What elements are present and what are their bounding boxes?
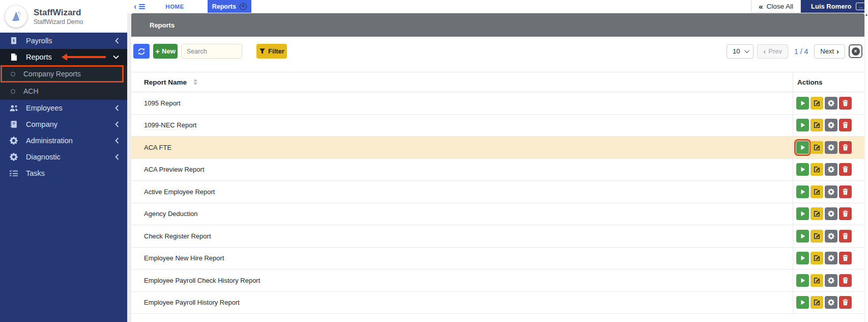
delete-report-button[interactable]: [839, 185, 852, 198]
edit-report-button[interactable]: [811, 97, 823, 110]
sync-icon: [137, 47, 146, 56]
gear-icon: [828, 255, 834, 261]
report-name: Agency Deduction: [131, 203, 793, 225]
tab-reports[interactable]: Reports ×: [208, 0, 251, 13]
report-settings-button[interactable]: [825, 230, 837, 243]
gear-icon: [828, 100, 834, 106]
sidebar-item-label: Reports: [26, 53, 52, 61]
reports-panel: Reports + New Filter 10: [131, 13, 864, 322]
delete-report-button[interactable]: [839, 141, 852, 154]
report-settings-button[interactable]: [825, 163, 837, 176]
wizard-hat-icon: [9, 9, 23, 23]
report-settings-button[interactable]: [825, 141, 837, 154]
run-report-button[interactable]: [796, 185, 809, 198]
report-settings-button[interactable]: [825, 207, 837, 220]
edit-report-button[interactable]: [811, 296, 823, 309]
report-settings-button[interactable]: [825, 252, 837, 264]
delete-report-button[interactable]: [839, 119, 852, 131]
file-icon: [9, 53, 18, 61]
sidebar-item-label: Payrolls: [26, 37, 52, 45]
edit-report-button[interactable]: [811, 185, 823, 198]
vertical-scrollbar[interactable]: [864, 0, 868, 322]
sidebar-item-label: Diagnostic: [26, 153, 61, 161]
delete-report-button[interactable]: [839, 252, 852, 264]
edit-report-button[interactable]: [811, 207, 823, 220]
run-report-button[interactable]: [796, 274, 809, 287]
report-settings-button[interactable]: [825, 274, 837, 287]
report-settings-button[interactable]: [825, 119, 837, 131]
page-size-select[interactable]: 10: [727, 44, 754, 59]
sidebar-item-employees[interactable]: Employees: [0, 100, 127, 116]
play-icon: [799, 166, 806, 173]
run-report-button[interactable]: [796, 97, 809, 110]
hamburger-icon: [139, 3, 145, 10]
pagination: 10 ‹ Prev 1 / 4 Next › ×: [727, 44, 862, 59]
panel-title: Reports: [150, 21, 175, 29]
run-report-button[interactable]: [796, 119, 809, 131]
new-report-button[interactable]: + New: [153, 44, 178, 59]
sidebar-item-company-reports[interactable]: Company Reports: [0, 65, 127, 83]
sidebar-item-tasks[interactable]: Tasks: [0, 165, 127, 181]
run-report-button[interactable]: [796, 252, 809, 264]
sidebar-item-company[interactable]: Company: [0, 116, 127, 132]
trash-icon: [842, 166, 849, 173]
sidebar-item-diagnostic[interactable]: Diagnostic: [0, 149, 127, 165]
clear-button[interactable]: ×: [849, 44, 862, 58]
close-all-button[interactable]: « Close All: [751, 0, 801, 13]
sidebar-item-reports[interactable]: Reports: [0, 49, 127, 65]
filter-button[interactable]: Filter: [256, 44, 287, 59]
chevron-left-icon: [115, 154, 119, 160]
x-circle-icon: ×: [852, 47, 860, 56]
edit-report-button[interactable]: [811, 141, 823, 154]
edit-report-button[interactable]: [811, 230, 823, 243]
search-input[interactable]: [181, 44, 242, 59]
edit-pencil-icon: [814, 299, 820, 306]
double-chevron-left-icon: «: [759, 2, 763, 11]
delete-report-button[interactable]: [839, 207, 852, 220]
report-settings-button[interactable]: [825, 185, 837, 198]
gear-icon: [828, 299, 834, 306]
table-row: Check Register Report: [131, 225, 864, 248]
edit-report-button[interactable]: [811, 252, 823, 264]
sidebar-item-label: Tasks: [26, 169, 45, 177]
gear-icon: [828, 233, 834, 239]
sidebar-item-label: Company Reports: [23, 70, 81, 78]
delete-report-button[interactable]: [839, 163, 852, 176]
delete-report-button[interactable]: [839, 230, 852, 243]
run-report-button[interactable]: [796, 163, 809, 176]
delete-report-button[interactable]: [839, 296, 852, 309]
run-report-button[interactable]: [796, 207, 809, 220]
trash-icon: [842, 233, 849, 239]
edit-report-button[interactable]: [811, 119, 823, 131]
page-gutter: [127, 13, 131, 322]
chevron-left-icon: ‹: [763, 47, 766, 55]
column-header-report-name: Report Name: [144, 78, 187, 86]
gear-icon: [828, 166, 834, 173]
sidebar-item-ach[interactable]: ACH: [0, 83, 127, 100]
sidebar-item-administration[interactable]: Administration: [0, 132, 127, 149]
edit-report-button[interactable]: [811, 163, 823, 176]
close-tab-icon[interactable]: ×: [240, 3, 247, 10]
edit-report-button[interactable]: [811, 274, 823, 287]
refresh-button[interactable]: [133, 44, 150, 59]
table-row: 1099-NEC Report: [131, 115, 864, 137]
delete-report-button[interactable]: [839, 97, 852, 110]
sidebar-collapse-button[interactable]: ‹: [127, 0, 145, 13]
report-settings-button[interactable]: [825, 296, 837, 309]
trash-icon: [842, 255, 849, 261]
edit-pencil-icon: [814, 255, 820, 261]
delete-report-button[interactable]: [839, 274, 852, 287]
sort-icon[interactable]: [193, 79, 197, 85]
tab-home[interactable]: HOME: [165, 0, 184, 13]
table-row: Agency Deduction: [131, 203, 864, 226]
report-settings-button[interactable]: [825, 97, 837, 110]
run-report-button-annotated[interactable]: [796, 141, 809, 154]
sidebar-item-payrolls[interactable]: Payrolls: [0, 33, 127, 49]
gear-icon: [828, 189, 834, 195]
chevron-left-icon: [115, 38, 119, 44]
prev-page-button[interactable]: ‹ Prev: [757, 44, 788, 59]
run-report-button[interactable]: [796, 296, 809, 309]
run-report-button[interactable]: [796, 230, 809, 243]
next-page-button[interactable]: Next ›: [814, 44, 845, 59]
sidebar-menu: Payrolls Reports Company Reports ACH Emp…: [0, 33, 127, 181]
